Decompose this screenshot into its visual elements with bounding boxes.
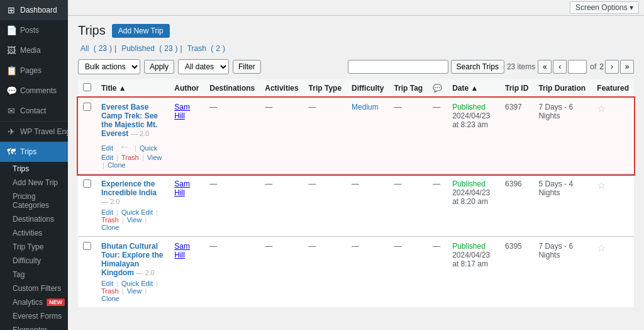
row2-author-link[interactable]: Sam Hill (174, 179, 190, 197)
sidebar-sub-label: Add New Trip (13, 178, 58, 187)
sidebar-sub-label: Destinations (13, 215, 54, 224)
apply-button[interactable]: Apply (144, 60, 174, 74)
row2-author: Sam Hill (169, 174, 204, 237)
filter-button[interactable]: Filter (233, 60, 261, 74)
row3-trip-type: — (304, 237, 347, 308)
sidebar-sub-everest-forms[interactable]: Everest Forms (0, 309, 68, 323)
sidebar-item-pages[interactable]: 📋 Pages (0, 60, 68, 81)
screen-options-label: Screen Options (575, 3, 628, 12)
row2-version: — 2.0 (101, 198, 119, 205)
row3-clone-link[interactable]: Clone (101, 295, 119, 302)
sidebar-sub-elementor[interactable]: Elementor (0, 323, 68, 330)
row1-title-link[interactable]: Everest Base Camp Trek: See the Majestic… (101, 103, 158, 138)
sidebar-sub-activities[interactable]: Activities (0, 226, 68, 240)
page-number-input[interactable]: 1 (568, 60, 587, 74)
col-difficulty-header: Difficulty (347, 79, 389, 98)
row3-star-icon[interactable]: ☆ (597, 242, 606, 253)
row3-title: Bhutan Cultural Tour: Explore the Himala… (96, 237, 169, 308)
row2-check (78, 174, 96, 237)
tablenav-right: Search Trips 23 items « ‹ 1 of 2 › » (348, 60, 634, 74)
sidebar-sub-pricing-categories[interactable]: Pricing Categories (0, 190, 68, 212)
row1-checkbox[interactable] (83, 103, 91, 111)
sidebar-sub-trip-type[interactable]: Trip Type (0, 240, 68, 254)
row1-destinations: — (204, 98, 260, 174)
row1-comment: — (428, 98, 447, 174)
posts-icon: 📄 (6, 25, 16, 35)
col-trip-id-header: Trip ID (500, 79, 533, 98)
sidebar-sub-tag[interactable]: Tag (0, 268, 68, 282)
col-check-header (78, 79, 96, 98)
first-page-button[interactable]: « (538, 60, 552, 74)
row2-view-link[interactable]: View (127, 216, 142, 224)
row1-date-value: 2024/04/23 at 8:23 am (452, 111, 490, 129)
row1-star-icon[interactable]: ☆ (597, 103, 606, 114)
row3-quick-edit-link[interactable]: Quick Edit (121, 280, 153, 287)
select-all-checkbox[interactable] (83, 83, 91, 91)
row2-star-icon[interactable]: ☆ (597, 180, 606, 191)
last-page-button[interactable]: » (620, 60, 634, 74)
row2-destinations: — (204, 174, 260, 237)
pages-icon: 📋 (6, 65, 16, 76)
comments-icon: 💬 (6, 86, 16, 96)
row3-actions: Edit | Quick Edit | Trash | View | Clone (101, 280, 164, 302)
sidebar-item-label: Comments (20, 86, 57, 95)
row2-title-link[interactable]: Experience the Incredible India (101, 179, 157, 197)
col-trip-tag-header: Trip Tag (389, 79, 428, 98)
pagination: « ‹ 1 of 2 › » (538, 60, 634, 74)
sidebar-sub-label: Difficulty (13, 256, 41, 265)
row1-edit-link[interactable]: Edit (101, 144, 113, 152)
row2-trash-link[interactable]: Trash (101, 216, 119, 224)
media-icon: 🖼 (6, 45, 16, 55)
row3-trash-link[interactable]: Trash (101, 287, 119, 295)
row1-view-link[interactable]: View (147, 154, 162, 161)
sidebar-sub-analytics[interactable]: Analytics NEW (0, 295, 68, 309)
row3-date: Published 2024/04/23 at 8:17 am (447, 237, 500, 308)
sidebar-item-contact[interactable]: ✉ Contact (0, 101, 68, 121)
next-page-button[interactable]: › (605, 60, 619, 74)
col-date-header[interactable]: Date ▲ (447, 79, 500, 98)
sidebar-sub-label: Activities (13, 229, 42, 237)
add-new-trip-button[interactable]: Add New Trip (112, 24, 170, 38)
row1-clone-link[interactable]: Clone (108, 161, 126, 169)
sidebar-sub-add-new-trip[interactable]: Add New Trip (0, 176, 68, 190)
row2-edit-link[interactable]: Edit (101, 208, 113, 216)
dashboard-icon: ⊞ (6, 5, 16, 15)
prev-page-button[interactable]: ‹ (553, 60, 567, 74)
row1-status: Published (452, 103, 486, 111)
sidebar-sub-label: Trip Type (13, 242, 43, 251)
row3-featured: ☆ (592, 237, 634, 308)
row2-checkbox[interactable] (83, 179, 91, 188)
filter-published-link[interactable]: Published (23) (119, 44, 177, 53)
bulk-actions-select[interactable]: Bulk actions (78, 59, 140, 74)
search-trips-input[interactable] (348, 60, 448, 74)
sidebar-sub-custom-filters[interactable]: Custom Filters (0, 282, 68, 295)
row3-view-link[interactable]: View (127, 287, 142, 295)
sidebar-item-media[interactable]: 🖼 Media (0, 40, 68, 60)
sidebar-item-wp-travel-engine[interactable]: ✈ WP Travel Engine (0, 122, 68, 142)
sidebar-item-comments[interactable]: 💬 Comments (0, 81, 68, 101)
screen-options-button[interactable]: Screen Options ▾ (570, 1, 639, 14)
sidebar-item-dashboard[interactable]: ⊞ Dashboard (0, 0, 68, 20)
row1-author: Sam Hill (169, 98, 204, 174)
filter-trash-link[interactable]: Trash (2) (185, 44, 225, 53)
row1-author-link[interactable]: Sam Hill (174, 103, 190, 120)
row3-checkbox[interactable] (83, 242, 91, 250)
row2-quick-edit-link[interactable]: Quick Edit (121, 208, 153, 216)
sidebar-sub-label: Everest Forms (13, 312, 62, 321)
sidebar-sub-difficulty[interactable]: Difficulty (0, 254, 68, 268)
row2-clone-link[interactable]: Clone (101, 224, 119, 231)
row1-trip-id: 6397 (500, 98, 533, 174)
sidebar-sub-destinations[interactable]: Destinations (0, 212, 68, 226)
all-dates-select[interactable]: All dates (178, 59, 229, 74)
row3-author-link[interactable]: Sam Hill (174, 242, 190, 259)
table-nav-top: Bulk actions Apply All dates Filter Sear… (78, 59, 634, 74)
sidebar-sub-trips[interactable]: Trips (0, 162, 68, 176)
row1-trash-link[interactable]: Trash (121, 154, 139, 161)
sidebar-item-posts[interactable]: 📄 Posts (0, 20, 68, 40)
sidebar-item-trips[interactable]: 🗺 Trips (0, 142, 68, 162)
filter-all-link[interactable]: All (23) (78, 44, 112, 53)
search-trips-button[interactable]: Search Trips (451, 60, 504, 74)
row3-author: Sam Hill (169, 237, 204, 308)
col-title-header[interactable]: Title ▲ (96, 79, 169, 98)
row3-edit-link[interactable]: Edit (101, 280, 113, 287)
